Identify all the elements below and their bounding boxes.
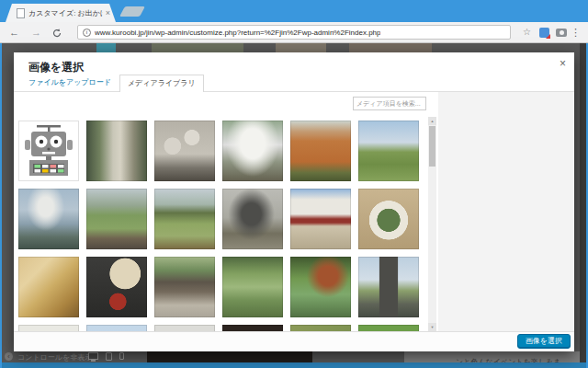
media-thumbnail-green-pond[interactable] <box>222 257 283 317</box>
background-fragment-button <box>96 43 116 52</box>
tab-close-icon[interactable]: × <box>106 9 110 17</box>
background-fragment-photo <box>349 43 432 52</box>
extension-screenshot-icon[interactable] <box>539 28 549 38</box>
background-page-text-block: ンと色んなイベントを楽しみま <box>404 351 582 362</box>
select-image-button[interactable]: 画像を選択 <box>517 334 571 349</box>
media-grid-viewport <box>18 117 428 331</box>
media-thumbnail-field-and-mountain[interactable] <box>154 189 215 249</box>
media-select-modal: 画像を選択 × ファイルをアップロード メディアライブラリ ▲ ▼ 画像を選択 <box>14 52 574 351</box>
background-fragment-photo <box>276 43 326 52</box>
customizer-footer: ‹ コントロールを非表示 ンと色んなイベントを楽しみま ▼ <box>0 351 588 362</box>
media-thumbnail-partial-row4-6[interactable] <box>358 325 419 331</box>
media-thumbnail-tempura-basket[interactable] <box>18 257 79 317</box>
media-thumbnail-partial-row4-2[interactable] <box>86 325 147 331</box>
tab-media-library[interactable]: メディアライブラリ <box>119 75 204 92</box>
attachment-details-sidebar <box>438 92 574 331</box>
browser-tab[interactable]: カスタマイズ: お出かけ日記... × <box>6 4 116 22</box>
tablet-preview-icon <box>106 352 112 361</box>
page-overlay: ‹ コントロールを非表示 ンと色んなイベントを楽しみま ▼ 画像を選択 × ファ… <box>0 43 588 368</box>
back-icon[interactable]: ← <box>9 26 19 40</box>
hide-controls-label: コントロールを非表示 <box>17 352 92 362</box>
media-thumbnail-robot-logo[interactable] <box>18 121 79 181</box>
tab-title: カスタマイズ: お出かけ日記... <box>28 8 103 18</box>
media-thumbnail-grassy-hill[interactable] <box>358 121 419 181</box>
window-bottom-border <box>0 362 588 368</box>
page-icon <box>17 8 25 18</box>
media-search-input[interactable] <box>353 97 426 110</box>
desktop-preview-icon <box>88 352 98 360</box>
media-thumbnail-volcano-plume[interactable] <box>18 189 79 249</box>
media-thumbnail-garden-maple[interactable] <box>290 257 351 317</box>
extension-camera-icon[interactable] <box>556 29 567 37</box>
modal-close-icon[interactable]: × <box>560 58 566 69</box>
media-tabbar: ファイルをアップロード メディアライブラリ <box>14 76 574 92</box>
browser-toolbar: ← → i www.kuroobi.jp/jin/wp-admin/custom… <box>0 22 588 43</box>
bookmark-star-icon[interactable]: ☆ <box>523 25 531 40</box>
scrollbar-thumb[interactable] <box>429 126 435 167</box>
media-thumbnail-partial-row4-3[interactable] <box>154 325 215 331</box>
modal-title: 画像を選択 <box>28 60 84 75</box>
media-grid <box>18 117 428 331</box>
phone-preview-icon <box>119 352 124 360</box>
background-dark-photo <box>147 351 312 362</box>
modal-footer: 画像を選択 <box>14 331 574 351</box>
media-thumbnail-old-house[interactable] <box>154 257 215 317</box>
browser-window: カスタマイズ: お出かけ日記... × ← → i www.kuroobi.jp… <box>0 0 588 368</box>
media-thumbnail-grassland-ranch[interactable] <box>86 189 147 249</box>
media-grid-scrollbar[interactable]: ▲ ▼ <box>428 117 436 331</box>
tab-upload-files[interactable]: ファイルをアップロード <box>28 77 111 91</box>
page-info-icon[interactable]: i <box>83 29 91 37</box>
refresh-icon[interactable] <box>52 28 62 41</box>
forward-icon[interactable]: → <box>31 26 41 40</box>
media-thumbnail-ropeway-station[interactable] <box>290 189 351 249</box>
media-thumbnail-partial-row4-4[interactable] <box>222 325 283 331</box>
address-bar[interactable]: i www.kuroobi.jp/jin/wp-admin/customize.… <box>77 25 511 40</box>
background-fragment-photo <box>152 43 243 52</box>
window-left-border <box>0 43 2 368</box>
url-text: www.kuroobi.jp/jin/wp-admin/customize.ph… <box>95 29 380 37</box>
media-thumbnail-suspension-bridge[interactable] <box>358 257 419 317</box>
scroll-down-icon[interactable]: ▼ <box>428 323 436 331</box>
media-thumbnail-stone-pools[interactable] <box>154 121 215 181</box>
chrome-menu-icon[interactable]: ⋮ <box>571 25 581 40</box>
browser-titlebar: カスタマイズ: お出かけ日記... × <box>0 0 588 22</box>
media-thumbnail-street-scene[interactable] <box>86 121 147 181</box>
media-thumbnail-red-hot-spring-pond[interactable] <box>290 121 351 181</box>
background-right-band <box>580 43 586 362</box>
media-thumbnail-eruption-smoke[interactable] <box>222 189 283 249</box>
media-thumbnail-soba-set[interactable] <box>86 257 147 317</box>
media-thumbnail-partial-row4-1[interactable] <box>18 325 79 331</box>
collapse-icon: ‹ <box>5 352 13 361</box>
scroll-up-icon[interactable]: ▲ <box>428 117 436 125</box>
media-thumbnail-rice-bowl[interactable] <box>358 189 419 249</box>
media-thumbnail-partial-row4-5[interactable] <box>290 325 351 331</box>
new-tab-button[interactable] <box>119 6 145 17</box>
media-thumbnail-steaming-hot-spring[interactable] <box>222 121 283 181</box>
